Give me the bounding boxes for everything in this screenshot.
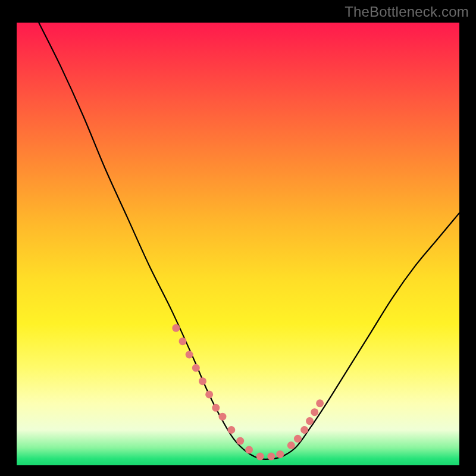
highlight-marker: [287, 441, 295, 449]
highlight-marker: [212, 404, 220, 412]
highlight-marker: [306, 417, 314, 425]
highlight-marker: [294, 435, 302, 443]
highlight-marker: [227, 426, 235, 434]
chart-frame: [17, 23, 459, 465]
highlight-marker: [172, 324, 180, 332]
highlight-marker: [192, 364, 200, 372]
highlight-marker: [236, 437, 244, 445]
highlight-marker: [276, 450, 284, 458]
highlight-marker: [256, 453, 264, 461]
highlight-marker: [179, 337, 187, 345]
bottleneck-curve: [39, 23, 459, 459]
watermark-text: TheBottleneck.com: [345, 4, 469, 20]
highlight-marker: [311, 408, 318, 416]
highlight-marker: [245, 446, 253, 453]
highlight-marker: [199, 377, 206, 385]
highlight-markers: [172, 324, 324, 461]
highlight-marker: [186, 351, 193, 359]
highlight-marker: [218, 413, 226, 421]
chart-svg: [17, 23, 459, 465]
highlight-marker: [300, 426, 308, 434]
highlight-marker: [267, 453, 275, 461]
highlight-marker: [316, 399, 324, 407]
highlight-marker: [205, 390, 213, 398]
